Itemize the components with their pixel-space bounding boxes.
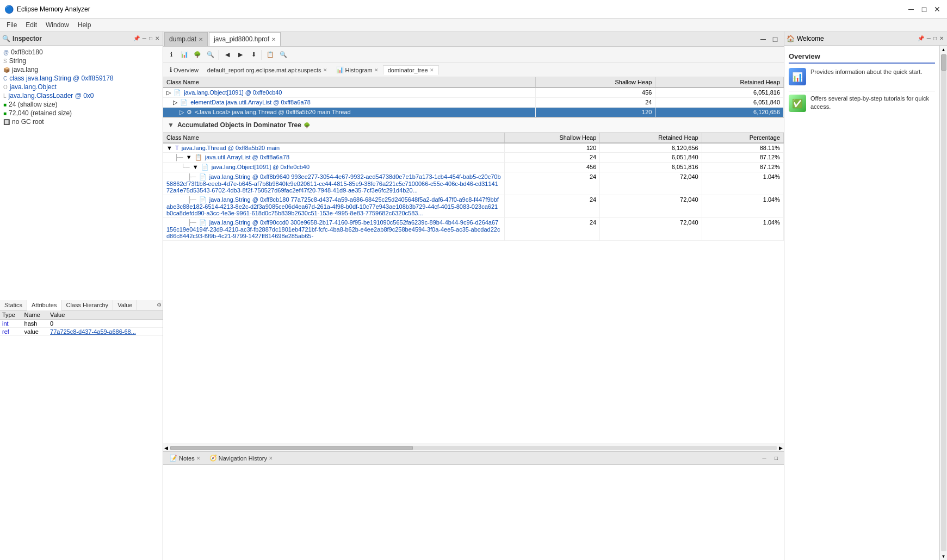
notes-minimize[interactable]: ─ <box>759 453 770 464</box>
dom-row-4[interactable]: ├─ 📄 java.lang.String @ 0xff8cb180 77a72… <box>163 195 784 218</box>
inspector-pin[interactable]: 📌 <box>132 35 141 42</box>
heap-cell-class-1: ▷ 📄 elementData java.util.ArrayList @ 0x… <box>163 98 535 108</box>
notes-tabs: 📝 Notes ✕ 🧭 Navigation History ✕ <box>165 453 277 463</box>
toolbar-search[interactable]: 🔍 <box>205 49 216 61</box>
scroll-up-btn[interactable]: ▲ <box>940 46 948 53</box>
toolbar-dominator[interactable]: 🌳 <box>191 49 203 61</box>
app-title: Eclipse Memory Analyzer <box>17 5 906 13</box>
subtab-overview[interactable]: ℹ Overview <box>165 65 203 74</box>
welcome-close[interactable]: ✕ <box>938 35 945 42</box>
heap-link-1[interactable]: elementData java.util.ArrayList @ 0xff8a… <box>190 99 311 105</box>
dom-row-1[interactable]: ├─ ▼ 📋 java.util.ArrayList @ 0xff8a6a78 … <box>163 153 784 163</box>
toolbar-histogram[interactable]: 📊 <box>178 49 190 61</box>
dom-row-2[interactable]: └─ ▼ 📄 java.lang.Object[1091] @ 0xffe0cb… <box>163 163 784 172</box>
h-scrollbar-center[interactable]: ◀ ▶ <box>163 444 784 451</box>
heap-row-1[interactable]: ▷ 📄 elementData java.util.ArrayList @ 0x… <box>163 98 784 108</box>
welcome-item-tutorials: ✅ Offers several step-by-step tutorials … <box>789 95 935 112</box>
tab-nav-history[interactable]: 🧭 Navigation History ✕ <box>205 453 277 463</box>
heap-link-0[interactable]: java.lang.Object[1091] @ 0xffe0cb40 <box>184 89 282 96</box>
dom-expand-1[interactable]: ▼ <box>186 154 192 160</box>
inspector-maximize[interactable]: □ <box>148 35 153 42</box>
dom-link-2[interactable]: java.lang.Object[1091] @ 0xffe0cb40 <box>212 164 310 170</box>
tab-dump-dat[interactable]: dump.dat ✕ <box>164 32 208 46</box>
dom-shallow-0: 120 <box>504 143 599 153</box>
notes-close[interactable]: ✕ <box>196 456 201 461</box>
welcome-minimize[interactable]: ─ <box>926 35 932 42</box>
dom-cell-class-4: ├─ 📄 java.lang.String @ 0xff8cb180 77a72… <box>163 195 504 218</box>
dominator-close[interactable]: ✕ <box>430 67 434 73</box>
tab-statics[interactable]: Statics <box>0 300 27 310</box>
inspector-close[interactable]: ✕ <box>154 35 160 42</box>
dom-link-1[interactable]: java.util.ArrayList @ 0xff8a6a78 <box>205 154 289 160</box>
scroll-left-btn[interactable]: ◀ <box>164 445 168 451</box>
welcome-maximize[interactable]: □ <box>932 35 938 42</box>
welcome-icon: 🏠 <box>787 35 795 42</box>
inspector-tab-action[interactable]: ⚙ <box>157 302 162 308</box>
tab-value[interactable]: Value <box>113 300 137 310</box>
dom-link-4[interactable]: java.lang.String @ 0xff8cb180 77a725c8-d… <box>166 196 499 216</box>
center-minimize[interactable]: ─ <box>758 34 769 45</box>
toolbar-info[interactable]: ℹ <box>165 49 177 61</box>
menu-help[interactable]: Help <box>73 20 96 30</box>
menu-window[interactable]: Window <box>41 20 73 30</box>
tab-class-hierarchy[interactable]: Class Hierarchy <box>61 300 113 310</box>
toolbar-back[interactable]: ◀ <box>221 49 233 61</box>
dom-icon-0: T <box>175 145 179 151</box>
maximize-btn[interactable]: □ <box>919 4 930 15</box>
dom-expand-2[interactable]: ▼ <box>193 164 199 170</box>
toolbar-find[interactable]: 🔍 <box>277 49 289 61</box>
nav-label: Navigation History <box>219 455 267 462</box>
notes-panel: 📝 Notes ✕ 🧭 Navigation History ✕ ─ □ <box>163 451 784 560</box>
close-btn[interactable]: ✕ <box>932 4 943 15</box>
report-close[interactable]: ✕ <box>323 67 327 73</box>
dom-link-0[interactable]: java.lang.Thread @ 0xff8a5b20 main <box>182 145 280 151</box>
nav-close[interactable]: ✕ <box>269 456 273 461</box>
tab-java-pid[interactable]: java_pid8800.hprof ✕ <box>209 32 281 46</box>
welcome-header-title: 🏠 Welcome <box>787 35 824 42</box>
inspector-address: @ 0xff8cb180 <box>2 48 160 57</box>
dom-retained-0: 6,120,656 <box>600 143 702 153</box>
dom-row-5[interactable]: ├─ 📄 java.lang.String @ 0xff90ccd0 300e9… <box>163 218 784 241</box>
heap-link-2[interactable]: <Java Local> java.lang.Thread @ 0xff8a5b… <box>195 109 351 115</box>
heap-cell-shallow-0: 456 <box>535 88 655 98</box>
cell-value-0: 0 <box>48 319 163 327</box>
subtab-histogram[interactable]: 📊 Histogram ✕ <box>332 65 383 74</box>
welcome-pin[interactable]: 📌 <box>917 35 925 42</box>
toolbar-dropdown[interactable]: ⬇ <box>247 49 259 61</box>
inspector-minimize[interactable]: ─ <box>141 35 147 42</box>
notes-maximize[interactable]: □ <box>771 453 782 464</box>
pid-tab-close[interactable]: ✕ <box>271 36 276 42</box>
scroll-right-btn[interactable]: ▶ <box>779 445 783 451</box>
dom-link-5[interactable]: java.lang.String @ 0xff90ccd0 300e9658-2… <box>166 219 500 239</box>
toolbar-forward[interactable]: ▶ <box>234 49 246 61</box>
overview-label: Overview <box>174 67 199 73</box>
heap-row-0[interactable]: ▷ 📄 java.lang.Object[1091] @ 0xffe0cb40 … <box>163 88 784 98</box>
dom-row-0[interactable]: ▼ T java.lang.Thread @ 0xff8a5b20 main 1… <box>163 143 784 153</box>
menu-file[interactable]: File <box>2 20 21 30</box>
heap-row-2[interactable]: ▷ ⚙ <Java Local> java.lang.Thread @ 0xff… <box>163 108 784 117</box>
heap-cell-class-0: ▷ 📄 java.lang.Object[1091] @ 0xffe0cb40 <box>163 88 535 98</box>
histogram-close[interactable]: ✕ <box>374 67 379 73</box>
dom-row-3[interactable]: ├─ 📄 java.lang.String @ 0xff8b9640 993ee… <box>163 172 784 195</box>
subtab-dominator[interactable]: dominator_tree ✕ <box>383 65 439 75</box>
dump-tab-close[interactable]: ✕ <box>199 36 203 42</box>
scroll-track <box>941 54 946 551</box>
scroll-down-btn[interactable]: ▼ <box>940 552 948 560</box>
tab-attributes[interactable]: Attributes <box>27 300 61 310</box>
subtab-default-report[interactable]: default_report org.eclipse.mat.api:suspe… <box>203 66 332 74</box>
notes-content <box>163 465 784 560</box>
cell-value-ref[interactable]: 77a725c8-d437-4a59-a686-68... <box>48 327 163 335</box>
address-icon: @ <box>3 49 9 55</box>
center-maximize[interactable]: □ <box>770 34 781 45</box>
welcome-divider <box>789 91 935 91</box>
tab-notes[interactable]: 📝 Notes ✕ <box>165 453 205 463</box>
scrollbar-thumb <box>170 446 413 450</box>
dom-shallow-3: 24 <box>504 172 599 195</box>
menu-edit[interactable]: Edit <box>21 20 41 30</box>
dom-link-3[interactable]: java.lang.String @ 0xff8b9640 993ee277-3… <box>166 173 501 194</box>
overview-icon: ℹ <box>170 66 172 73</box>
toolbar-export[interactable]: 📋 <box>264 49 276 61</box>
dom-expand-0[interactable]: ▼ <box>166 145 172 151</box>
classloader-icon: L <box>3 93 7 99</box>
minimize-btn[interactable]: ─ <box>906 4 917 15</box>
